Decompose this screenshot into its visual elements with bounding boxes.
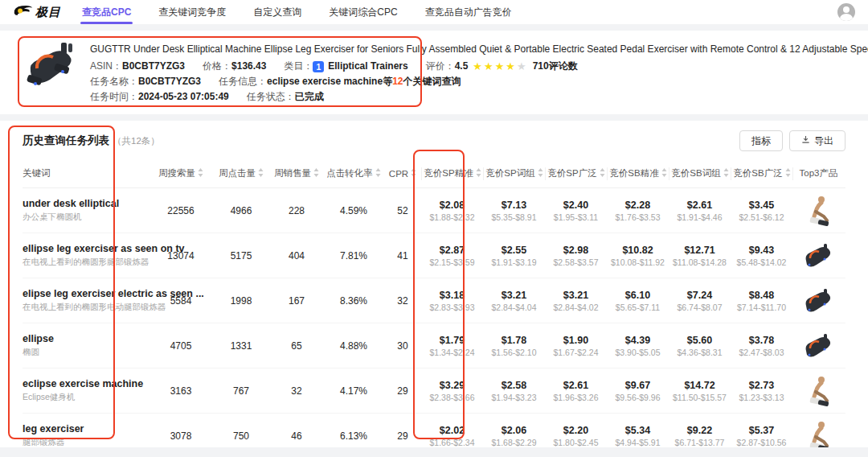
keyword-text[interactable]: under desk elliptical [23,198,119,209]
bid-sb-phrase-cell: $2.61$1.91-$4.46 [669,200,731,222]
star-icon: ★ [484,60,495,72]
sort-icon[interactable] [375,168,381,179]
bid-sb-phrase-cell: $9.22$6.71-$13.77 [669,425,731,447]
bid-sb-exact-cell: $5.34$4.94-$5.91 [607,425,669,447]
bid-sb-phrase-cell: $5.60$4.36-$8.31 [669,335,731,357]
col-header-bid-sp-broad[interactable]: 竞价SP广泛 [545,167,607,180]
sort-icon[interactable] [661,168,667,179]
table-row[interactable]: leg exerciser 腿部锻炼器 3078 750 46 6.13% 29… [23,414,845,447]
keyword-text[interactable]: ellipse [23,333,54,344]
app-logo[interactable]: 极目 [13,3,61,21]
ctr-value: 7.81% [323,250,384,261]
col-header-weekly-searches[interactable]: 周搜索量 [149,167,212,179]
app-root: 极目 查竞品CPC 查关键词竞争度 自定义查询 关键词综合CPC 查竞品自动广告… [0,0,868,457]
top-navbar: 极目 查竞品CPC 查关键词竞争度 自定义查询 关键词综合CPC 查竞品自动广告… [0,0,868,24]
top3-product-image[interactable] [792,421,844,448]
table-row[interactable]: ellipse leg exerciser as seen on tv 在电视上… [23,233,845,278]
sort-icon[interactable] [313,168,319,179]
col-header-bid-sp-exact[interactable]: 竞价SP精准 [421,167,483,180]
col-header-bid-sb-broad[interactable]: 竞价SB广泛 [731,167,792,180]
col-header-bid-sb-exact[interactable]: 竞价SB精准 [607,167,669,180]
weekly-searches-value: 3078 [149,430,212,442]
asin-value: B0CBT7YZG3 [122,59,185,74]
col-header-ctr[interactable]: 点击转化率 [323,167,384,179]
weekly-clicks-value: 4966 [212,205,270,216]
table-row-count: （共12条） [113,135,160,147]
bid-sb-phrase-cell: $7.24$6.74-$8.07 [669,290,731,312]
bid-sp-phrase-cell: $7.13$5.35-$8.91 [483,200,545,222]
sort-icon[interactable] [198,168,203,179]
sort-icon[interactable] [538,168,543,179]
col-header-weekly-clicks[interactable]: 周点击量 [212,167,270,179]
task-info-label: 任务信息： [219,74,267,89]
ctr-value: 4.17% [323,385,384,397]
download-icon [801,135,810,146]
cpr-value: 32 [384,295,421,307]
ctr-value: 4.88% [323,340,384,352]
bid-sp-broad-cell: $2.40$1.95-$3.11 [545,200,607,222]
bid-sp-exact-cell: $2.02$1.66-$2.34 [421,425,483,447]
product-title: GUGTTR Under Desk Elliptical Machine Ell… [90,42,868,57]
weekly-sales-value: 404 [270,250,323,261]
tab-keyword-competition[interactable]: 查关键词竞争度 [158,0,226,24]
table-row[interactable]: elipse leg exerciser electric as seen ..… [23,278,845,323]
weekly-clicks-value: 1998 [212,295,270,307]
col-header-bid-sb-phrase[interactable]: 竞价SB词组 [669,167,731,180]
weekly-sales-value: 228 [270,205,323,216]
asin-label: ASIN： [90,59,122,74]
product-image[interactable] [26,40,79,92]
sort-icon[interactable] [411,168,416,179]
category-rank-badge: 1 [313,61,324,72]
sort-icon[interactable] [600,168,605,179]
bid-sp-phrase-cell: $2.06$1.68-$2.29 [483,425,545,447]
sort-icon[interactable] [476,168,481,179]
sort-icon[interactable] [258,168,264,179]
top3-product-image[interactable] [792,196,844,226]
review-count: 710评论数 [533,59,578,74]
keyword-text[interactable]: leg exerciser [23,423,84,434]
weekly-clicks-value: 1331 [212,340,270,352]
export-button[interactable]: 导出 [789,130,845,151]
tab-competitor-cpc[interactable]: 查竞品CPC [82,0,131,24]
col-header-cpr[interactable]: CPR [384,168,421,179]
table-row[interactable]: ellipse 椭圆 4705 1331 65 4.88% 30 $1.79$1… [23,323,845,368]
keyword-translation: Eclipse健身机 [23,392,75,403]
weekly-searches-value: 22556 [149,205,212,216]
col-header-bid-sp-phrase[interactable]: 竞价SP词组 [483,167,545,180]
star-icon: ★ [506,60,517,72]
top3-product-image[interactable] [792,243,844,269]
bid-sp-phrase-cell: $2.55$1.91-$3.19 [483,245,545,267]
table-row[interactable]: under desk elliptical 办公桌下椭圆机 22556 4966… [23,188,845,233]
table-body: under desk elliptical 办公桌下椭圆机 22556 4966… [23,188,845,447]
ctr-value: 8.36% [323,295,384,307]
bid-sp-broad-cell: $2.20$1.80-$2.45 [545,425,607,447]
star-icon: ★ [517,60,528,72]
bid-sp-broad-cell: $3.21$2.84-$4.02 [545,290,607,312]
weekly-searches-value: 5584 [149,295,212,307]
weekly-searches-value: 4705 [149,340,212,352]
user-avatar[interactable] [837,3,855,21]
task-name-label: 任务名称： [90,74,138,89]
bid-sp-broad-cell: $1.90$1.67-$2.24 [545,335,607,357]
cpr-value: 52 [384,205,421,216]
tab-custom-query[interactable]: 自定义查询 [253,0,301,24]
bid-sb-broad-cell: $8.48$7.14-$11.70 [731,290,792,312]
sort-icon[interactable] [723,168,729,179]
table-row[interactable]: eclipse exercise machine Eclipse健身机 3163… [23,368,845,414]
col-header-weekly-sales[interactable]: 周销售量 [270,167,323,179]
top3-product-image[interactable] [792,333,844,359]
metrics-button[interactable]: 指标 [739,130,783,151]
price-label: 价格： [203,59,231,74]
weekly-sales-value: 32 [270,385,323,397]
task-time-value: 2024-05-23 07:05:49 [138,89,229,105]
sort-icon[interactable] [785,168,791,179]
top3-product-image[interactable] [792,288,844,314]
tab-auto-ad-bid[interactable]: 查竞品自动广告竞价 [425,0,512,24]
task-name-value: B0CBT7YZG3 [138,74,201,89]
bid-sp-exact-cell: $3.29$2.38-$3.66 [421,380,483,402]
top3-product-image[interactable] [792,376,844,406]
keyword-translation: 椭圆 [23,347,39,358]
keyword-count-highlight: 12 [392,76,403,87]
tab-keyword-combined-cpc[interactable]: 关键词综合CPC [329,0,397,24]
keyword-text[interactable]: eclipse exercise machine [23,378,143,389]
